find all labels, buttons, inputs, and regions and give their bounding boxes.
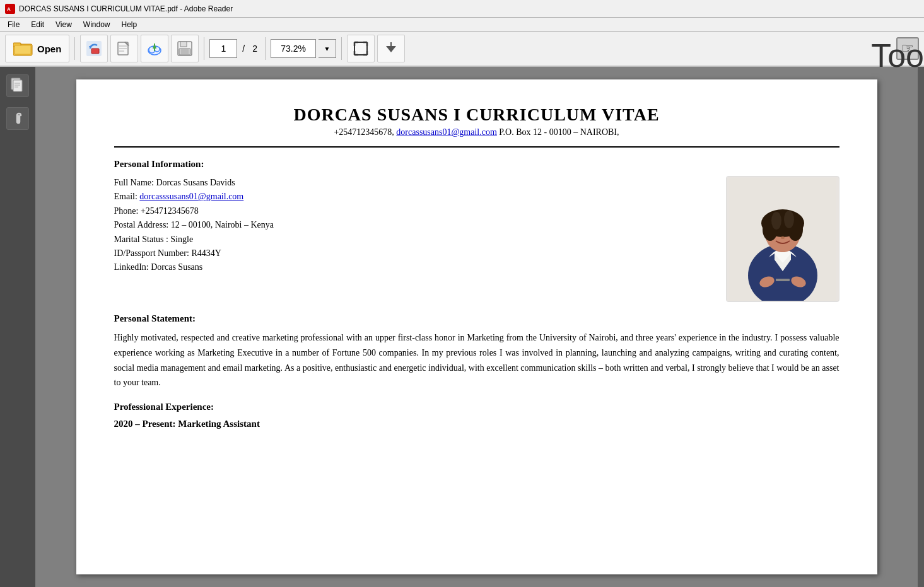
title-bar: A DORCAS SUSANS I CURRICULUM VITAE.pdf -… [0, 0, 924, 18]
toolbar: Open [0, 32, 924, 67]
scroll-icon [382, 40, 400, 57]
svg-rect-4 [15, 45, 31, 54]
marital-line: Marital Status : Single [114, 233, 707, 247]
window-title: DORCAS SUSANS I CURRICULUM VITAE.pdf - A… [19, 4, 233, 13]
cv-contact-email[interactable]: dorcassusans01@gmail.com [396, 127, 496, 137]
svg-rect-20 [181, 49, 189, 54]
personal-info-section: Personal Information: Full Name: Dorcas … [114, 159, 839, 302]
open-label: Open [37, 44, 61, 54]
attachments-panel-button[interactable] [6, 107, 29, 130]
fit-page-button[interactable] [347, 35, 375, 62]
fit-page-icon [352, 40, 370, 57]
paperclip-icon [11, 110, 24, 127]
cv-header: DORCAS SUSANS I CURRICULUM VITAE +254712… [114, 105, 839, 148]
personal-info-container: Full Name: Dorcas Susans Davids Email: d… [114, 176, 839, 302]
pdf-page: DORCAS SUSANS I CURRICULUM VITAE +254712… [76, 79, 877, 574]
profile-photo-svg [729, 178, 836, 301]
job-title-1: 2020 – Present: Marketing Assistant [114, 419, 839, 429]
email-line: Email: dorcasssusans01@gmail.com [114, 190, 707, 204]
page-number-input[interactable] [209, 39, 237, 58]
email-label-text: Email: [114, 192, 137, 201]
page-icon [11, 78, 25, 94]
professional-experience-title: Professional Experience: [114, 402, 839, 412]
left-sidebar [0, 67, 35, 587]
zoom-dropdown-button[interactable]: ▼ [319, 39, 336, 58]
svg-rect-33 [13, 80, 22, 91]
cv-contact-rest: P.O. Box 12 - 00100 – NAIROBI, [499, 127, 619, 137]
personal-statement-title: Personal Statement: [114, 313, 839, 324]
svg-marker-30 [386, 46, 396, 52]
cv-name: DORCAS SUSANS I CURRICULUM VITAE [114, 105, 839, 125]
upload-button[interactable] [141, 35, 168, 62]
profile-photo [726, 176, 839, 302]
svg-point-46 [784, 211, 794, 228]
separator-2 [204, 37, 204, 60]
postal-line: Postal Address: 12 – 00100, Nairobi – Ke… [114, 218, 707, 232]
cv-contact-phone: +254712345678, [334, 127, 394, 137]
svg-rect-7 [91, 49, 99, 54]
undo-button[interactable] [80, 35, 108, 62]
separator-1 [74, 37, 75, 60]
svg-point-48 [787, 231, 792, 235]
app-icon: A [5, 4, 15, 14]
menu-edit[interactable]: Edit [26, 19, 49, 30]
pdf-content-area[interactable]: DORCAS SUSANS I CURRICULUM VITAE +254712… [35, 67, 918, 587]
phone-line: Phone: +254712345678 [114, 204, 707, 218]
menu-view[interactable]: View [50, 19, 77, 30]
full-name: Full Name: Dorcas Susans Davids [114, 176, 707, 190]
svg-rect-18 [180, 42, 187, 47]
svg-point-45 [771, 212, 781, 230]
main-area: DORCAS SUSANS I CURRICULUM VITAE +254712… [0, 67, 924, 587]
separator-4 [341, 37, 342, 60]
separator-3 [265, 37, 266, 60]
svg-rect-21 [354, 42, 367, 55]
undo-icon [85, 40, 103, 57]
menu-window[interactable]: Window [78, 19, 115, 30]
upload-icon [146, 40, 163, 57]
page-total: 2 [250, 44, 260, 54]
menu-help[interactable]: Help [117, 19, 143, 30]
cv-contact: +254712345678, dorcassusans01@gmail.com … [114, 127, 839, 137]
right-edge [918, 67, 924, 587]
linkedin-line: LinkedIn: Dorcas Susans [114, 260, 707, 274]
svg-point-49 [781, 236, 785, 239]
svg-text:A: A [7, 6, 11, 12]
save-button[interactable] [171, 35, 199, 62]
zoom-input[interactable] [271, 39, 316, 58]
personal-info-text: Full Name: Dorcas Susans Davids Email: d… [114, 176, 707, 275]
personal-statement-section: Personal Statement: Highly motivated, re… [114, 313, 839, 390]
menu-bar: File Edit View Window Help [0, 18, 924, 32]
edit-button[interactable] [110, 35, 138, 62]
page-separator: / [240, 44, 247, 54]
scroll-down-button[interactable] [377, 35, 405, 62]
folder-icon [13, 40, 33, 57]
email-link[interactable]: dorcasssusans01@gmail.com [139, 192, 243, 201]
tools-label-partial: Too [871, 39, 924, 72]
svg-point-47 [775, 231, 780, 235]
personal-statement-text: Highly motivated, respected and creative… [114, 330, 839, 390]
svg-rect-52 [776, 279, 790, 281]
id-line: ID/Passport Number: R4434Y [114, 247, 707, 260]
edit-icon [115, 40, 133, 57]
open-button[interactable]: Open [5, 35, 69, 62]
save-icon [176, 40, 194, 57]
professional-experience-section: Professional Experience: 2020 – Present:… [114, 402, 839, 429]
personal-info-title: Personal Information: [114, 159, 839, 170]
pages-panel-button[interactable] [6, 74, 29, 97]
menu-file[interactable]: File [3, 19, 25, 30]
